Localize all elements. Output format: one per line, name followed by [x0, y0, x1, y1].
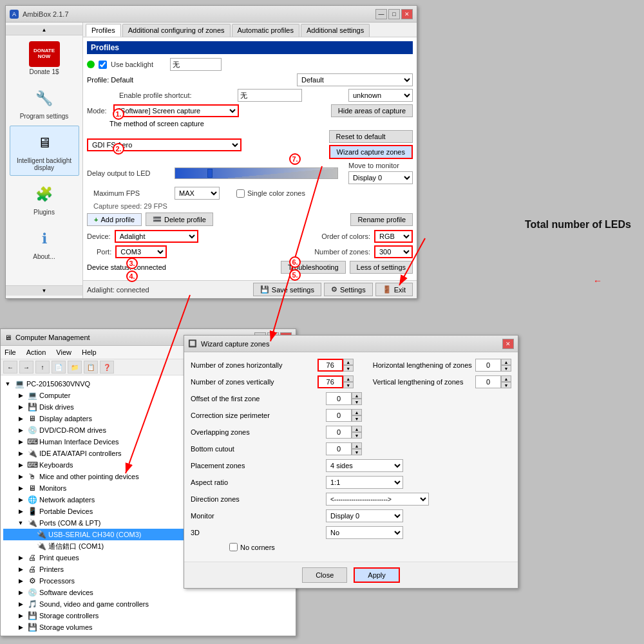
menu-help[interactable]: Help [82, 347, 97, 357]
wizard-title-left: 🔲 Wizard capture zones [188, 339, 269, 348]
wizard-3d-select[interactable]: No [326, 526, 403, 539]
wizard-aspect-select[interactable]: 1:1 [326, 476, 403, 489]
delete-profile-button[interactable]: 🟰 Delete profile [146, 213, 213, 226]
tree-sound[interactable]: ▶ 🎵 Sound, video and game controllers [3, 598, 293, 610]
wizard-placement-select[interactable]: 4 sides [326, 459, 403, 472]
less-settings-button[interactable]: Less of settings [350, 261, 413, 274]
exit-button[interactable]: 🚪 Exit [375, 283, 413, 296]
tree-storage-ctrl[interactable]: ▶ 💾 Storage controllers [3, 610, 293, 621]
hz-right-input[interactable] [475, 359, 501, 372]
mode-select[interactable]: [Software] Screen capture [113, 104, 239, 117]
single-color-label: Single color zones [247, 189, 305, 197]
offset-input[interactable] [326, 392, 352, 405]
offset-down[interactable]: ▼ [352, 399, 362, 405]
reset-default-button[interactable]: Reset to default [329, 130, 413, 143]
fps-row: Maximum FPS MAX Single color zones [87, 187, 413, 200]
overlap-input[interactable] [326, 426, 352, 439]
tab-auto[interactable]: Automatic profiles [232, 24, 299, 37]
wizard-direction-select[interactable]: <-------------------------> [326, 493, 429, 506]
wizard-close-button[interactable]: Close [302, 567, 347, 583]
sidebar-scroll-down[interactable]: ▼ [6, 285, 82, 296]
bottom-down[interactable]: ▼ [352, 449, 362, 455]
settings-button[interactable]: ⚙ Settings [324, 283, 373, 296]
wizard-direction-label: Direction zones [191, 495, 326, 503]
bottom-up[interactable]: ▲ [352, 442, 362, 449]
hz-spin-up[interactable]: ▲ [343, 359, 354, 365]
sidebar-item-plugins[interactable]: 🧩 Plugins [10, 177, 79, 220]
correction-up[interactable]: ▲ [352, 409, 362, 415]
overlap-down[interactable]: ▼ [352, 432, 362, 439]
toolbar-back[interactable]: ← [3, 361, 17, 374]
shortcut-label: Enable profile shortcut: [119, 91, 192, 99]
wizard-close-x[interactable]: ✕ [502, 339, 514, 349]
offset-up[interactable]: ▲ [352, 392, 362, 399]
wizard-button[interactable]: Wizard capture zones [329, 145, 413, 159]
vt-spin-down[interactable]: ▼ [343, 382, 354, 388]
profile-select[interactable]: Default [297, 73, 413, 86]
menu-view[interactable]: View [56, 347, 71, 357]
slider-track[interactable] [175, 167, 338, 179]
hz-spin-down[interactable]: ▼ [343, 365, 354, 372]
menu-file[interactable]: File [5, 347, 16, 357]
hz-right-up[interactable]: ▲ [501, 359, 511, 365]
rename-profile-button[interactable]: Rename profile [350, 213, 413, 226]
correction-down[interactable]: ▼ [352, 415, 362, 422]
overlap-up[interactable]: ▲ [352, 426, 362, 432]
tree-sound-label: Sound, video and game controllers [39, 600, 149, 608]
wizard-apply-button[interactable]: Apply [354, 567, 400, 583]
sidebar-scroll-up[interactable]: ▲ [6, 25, 82, 35]
wizard-vt-input[interactable] [317, 375, 343, 388]
wizard-corners-checkbox[interactable] [229, 543, 238, 551]
settings-label: Program settings [13, 113, 76, 120]
wizard-monitor-select[interactable]: Display 0 [326, 509, 403, 522]
vt-right-up[interactable]: ▲ [501, 375, 511, 382]
tab-additional[interactable]: Additional settings [301, 24, 370, 37]
tab-profiles[interactable]: Profiles [86, 24, 121, 37]
use-backlight-checkbox[interactable] [99, 61, 107, 69]
unknown-select[interactable]: unknown [348, 89, 413, 102]
toolbar-btn3[interactable]: 📋 [84, 361, 98, 374]
zones-select[interactable]: 300 [374, 245, 413, 258]
tree-com1-label: 通信錯口 (COM1) [48, 542, 104, 551]
chinese-input[interactable] [170, 58, 222, 71]
vt-right-down[interactable]: ▼ [501, 382, 511, 388]
hide-areas-button[interactable]: Hide areas of capture [331, 104, 413, 117]
tree-storage-vol[interactable]: ▶ 💾 Storage volumes [3, 621, 293, 633]
bottom-input[interactable] [326, 442, 352, 455]
vt-right-input[interactable] [475, 375, 501, 388]
sidebar-item-donate[interactable]: DONATE NOW Donate 1$ [10, 37, 79, 80]
toolbar-btn2[interactable]: 📁 [68, 361, 82, 374]
wizard-monitor-row: Monitor Display 0 [191, 509, 511, 522]
order-select[interactable]: RGB [374, 230, 413, 243]
capture-method-select[interactable]: GDI FS Aero [87, 138, 242, 151]
maximize-button[interactable]: □ [388, 9, 400, 19]
display-label: Intelligent backlight display [13, 157, 76, 171]
tree-ide-label: IDE ATA/ATAPI controllers [39, 450, 122, 457]
save-settings-button[interactable]: 💾 Save settings [253, 283, 321, 296]
correction-input[interactable] [326, 409, 352, 422]
minimize-button[interactable]: — [375, 9, 387, 19]
sidebar-item-about[interactable]: ℹ About... [10, 222, 79, 265]
plugins-label: Plugins [13, 209, 76, 216]
device-select[interactable]: Adalight [115, 230, 198, 243]
wizard-hz-input[interactable] [317, 359, 343, 372]
add-profile-button[interactable]: + Add profile [87, 213, 142, 226]
delay-slider [175, 167, 338, 179]
toolbar-forward[interactable]: → [19, 361, 33, 374]
bottom-spin: ▲ ▼ [352, 442, 362, 455]
toolbar-btn1[interactable]: 📄 [52, 361, 66, 374]
shortcut-input[interactable] [238, 89, 302, 102]
close-button[interactable]: ✕ [401, 9, 413, 19]
sidebar-item-settings[interactable]: 🔧 Program settings [10, 81, 79, 124]
max-fps-select[interactable]: MAX [175, 187, 220, 200]
menu-action[interactable]: Action [26, 347, 46, 357]
hz-right-down[interactable]: ▼ [501, 365, 511, 372]
toolbar-up[interactable]: ↑ [35, 361, 50, 374]
sidebar-item-display[interactable]: 🖥 Intelligent backlight display [10, 126, 79, 176]
single-color-checkbox[interactable] [236, 189, 245, 198]
vt-spin-up[interactable]: ▲ [343, 375, 354, 382]
display-select[interactable]: Display 0 [348, 171, 413, 184]
tab-zones[interactable]: Additional configuring of zones [122, 24, 231, 37]
port-select[interactable]: COM3 [115, 245, 167, 258]
toolbar-btn4[interactable]: ❓ [100, 361, 114, 374]
